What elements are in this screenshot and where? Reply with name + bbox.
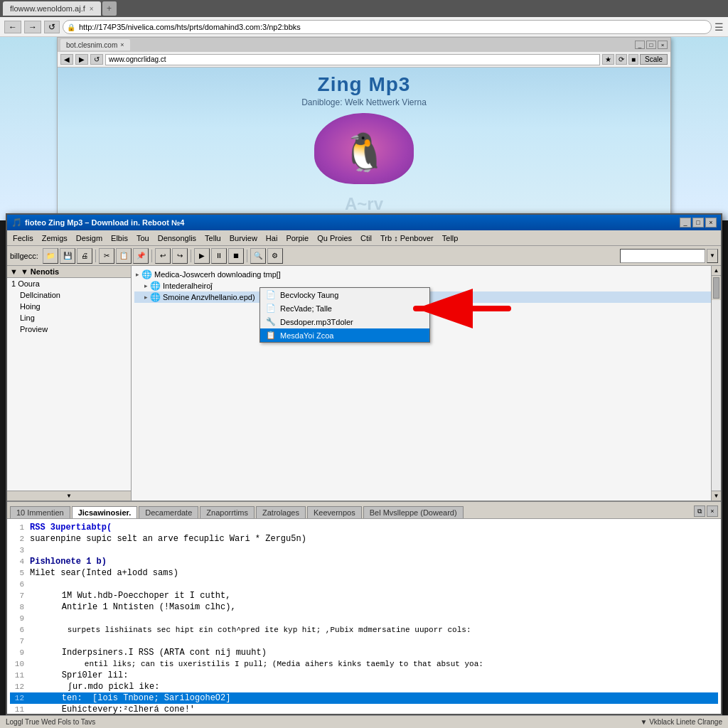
forward-button[interactable]: → [24,21,41,33]
menu-ctil[interactable]: Ctil [356,232,376,244]
tree-node-1[interactable]: ▸ 🌐 Medica-Joswcerh downloading tmp[] [134,269,718,280]
menu-tellu[interactable]: Tellu [200,232,225,244]
line-num: 3 [10,545,24,556]
inner-close-icon[interactable]: × [120,41,124,48]
bottom-tab-3[interactable]: Znaporrtims [200,506,255,518]
address-bar[interactable] [63,20,712,34]
new-tab-btn[interactable]: + [102,1,117,16]
inner-stop-btn[interactable]: ■ [628,54,638,65]
refresh-button[interactable]: ↺ [44,21,60,33]
line-num: 4 [10,556,24,567]
menu-elbis[interactable]: Elbis [107,232,132,244]
bottom-panel-float-btn[interactable]: ⧉ [694,505,705,517]
bottom-tab-1-active[interactable]: Jicsawinosier. [72,506,138,518]
maximize-btn[interactable]: □ [646,41,656,49]
tb-btn-13[interactable]: ⚙ [267,248,283,264]
inner-back-btn[interactable]: ◀ [60,54,73,65]
code-editor[interactable]: 1 RSS 3upertiabtp( 2 suarenpine supic se… [7,519,721,714]
tree-item-hoing[interactable]: Hoing [7,301,131,312]
menu-trb[interactable]: Trb ↕ Penbover [376,232,438,244]
tree-scroll-down[interactable]: ▼ [7,491,131,500]
context-menu: 📄 Becvlocky Taung 📄 RecVade; Talle 🔧 Des… [259,287,430,343]
ide-close-btn[interactable]: × [705,218,717,228]
menu-feclis[interactable]: Feclis [9,232,38,244]
menu-zemigs[interactable]: Zemigs [38,232,72,244]
inner-refresh-btn[interactable]: ↺ [90,54,103,65]
tree-item-ooura[interactable]: 1 Ooura [7,278,131,289]
ide-restore-btn[interactable]: □ [692,218,704,228]
tb-dropdown-btn[interactable]: ▼ [707,249,718,263]
bottom-tab-0[interactable]: 10 Immentien [10,506,70,518]
tree-collapse-icon[interactable]: ▼ [10,267,18,276]
node-icon-1: 🌐 [141,269,152,279]
menu-hai[interactable]: Hai [262,232,282,244]
right-scrollbar[interactable]: ▲ ▼ [711,266,721,500]
close-win-btn[interactable]: × [658,41,668,49]
bottom-tab-2[interactable]: Decamerdate [139,506,198,518]
outer-browser-tab[interactable]: flowww.wenoldom.aj.f × [3,1,101,16]
tb-btn-10[interactable]: ⏸ [211,248,227,264]
menu-tou[interactable]: Tou [132,232,154,244]
minimize-btn[interactable]: _ [635,41,645,49]
tb-btn-4[interactable]: ✂ [99,248,114,264]
menu-burview[interactable]: Burview [225,232,262,244]
tb-btn-5[interactable]: 📋 [116,248,132,264]
tree-header: ▼ ▼ Nenotis [7,266,131,278]
expand-icon-1: ▸ [136,271,139,278]
settings-button[interactable]: ☰ [714,21,724,33]
line-content [30,613,718,624]
bottom-panel-close-btn[interactable]: × [707,505,718,517]
tb-btn-7[interactable]: ↩ [155,248,171,264]
tree-item-dellcination[interactable]: Dellcination [7,289,131,301]
menu-porpie[interactable]: Porpie [282,232,313,244]
tb-btn-8[interactable]: ↪ [172,248,188,264]
bottom-tab-5[interactable]: Keevernpos [307,506,362,518]
context-menu-item-1[interactable]: 📄 Becvlocky Taung [260,288,429,301]
menu-desigm[interactable]: Desigm [72,232,107,244]
scale-button[interactable]: Scale [640,54,668,65]
ctx-icon-3: 🔧 [266,317,276,326]
zing-mascot-area: 🐧 [314,113,414,184]
status-right: ▼ Vkblack Linete Clrange [640,718,722,726]
code-line-10: 6 surpets lishiinats sec hipt εin coth^p… [10,624,718,636]
inner-tab[interactable]: bot.clesnim.com × [60,39,130,50]
inner-refresh2-btn[interactable]: ⟳ [616,54,627,65]
menu-qu-proies[interactable]: Qu Proies [313,232,356,244]
context-menu-item-2[interactable]: 📄 RecVade; Talle [260,301,429,315]
tb-btn-11[interactable]: ⏹ [228,248,244,264]
inner-address-bar[interactable] [105,54,600,65]
scroll-thumb[interactable] [713,277,719,299]
bottom-tab-4[interactable]: Zatrolages [256,506,306,518]
inner-fav-btn[interactable]: ★ [602,54,614,65]
tree-item-proview[interactable]: Proview [7,323,131,335]
close-icon[interactable]: × [90,5,94,13]
code-line-14: 11 Spri0ler lil: [10,670,718,681]
line-content: Pishlonete 1 b) [30,556,718,567]
inner-fwd-btn[interactable]: ▶ [75,54,88,65]
context-menu-item-4-selected[interactable]: 📋 MesdaYoi Zcoa [260,328,429,342]
bottom-tab-6[interactable]: Bel Mvslleppe (Doweard) [363,506,464,518]
lock-icon: 🔒 [67,23,75,31]
tb-btn-12[interactable]: 🔍 [250,248,266,264]
inner-tab-label: bot.clesnim.com [66,41,117,49]
scroll-up-btn[interactable]: ▲ [712,266,721,276]
inner-win-controls: _ □ × [635,41,668,49]
back-button[interactable]: ← [4,21,21,33]
tb-btn-2[interactable]: 💾 [60,248,75,264]
code-line-3: 3 [10,545,718,556]
line-num: 5 [10,567,24,579]
tb-btn-6[interactable]: 📌 [133,248,149,264]
tb-btn-3[interactable]: 🖨 [77,248,92,264]
line-content: Antirle 1 Nntisten (!Masoim clhc), [30,601,718,613]
tb-btn-1[interactable]: 📁 [43,248,58,264]
line-num: 12 [10,692,24,704]
menu-densonglis[interactable]: Densonglis [154,232,200,244]
tree-item-ling[interactable]: Ling [7,312,131,323]
ide-minimize-btn[interactable]: _ [680,218,691,228]
toolbar-search-input[interactable]: Vicdlio3.car [620,249,705,263]
ide-bottom-section: 10 Immentien Jicsawinosier. Decamerdate … [7,500,721,714]
scroll-down-btn[interactable]: ▼ [712,491,721,500]
menu-tellp[interactable]: Tellp [438,232,463,244]
context-menu-item-3[interactable]: 🔧 Desdoper.mp3Tdoler [260,315,429,328]
tb-btn-9[interactable]: ▶ [194,248,210,264]
